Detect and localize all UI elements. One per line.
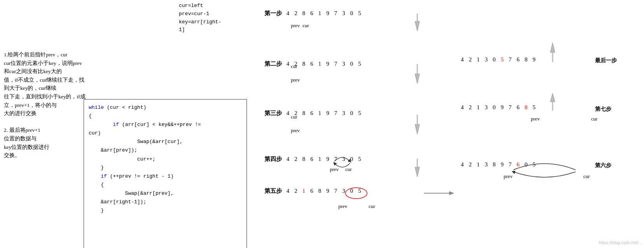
s1-n4: 1 [318,10,322,17]
point2b-text: 位置的数据与 [4,134,86,143]
page: cur=left prev=cur-1 key=arr[right- 1] 1.… [0,0,644,248]
step6-container: 4 2 1 3 8 9 7 6 0 5 [461,161,536,168]
svg-text:cur: cur [303,23,309,28]
code-line-6: &arr[prev]); [89,146,242,155]
svg-text:prev: prev [531,116,540,122]
s1-n0: 4 [287,10,290,17]
point2-text: 2. 最后将prev+1 [4,126,86,134]
point2c-text: key位置的数据进行 [4,143,86,152]
svg-marker-14 [415,167,420,177]
step2-nums: 4 2 8 6 1 9 7 3 0 5 [287,61,361,67]
svg-text:cur: cur [369,203,375,209]
top-code-line3: key=arr[right- [179,18,221,26]
svg-marker-6 [415,74,420,84]
s1-n8: 0 [350,10,354,17]
s1-n7: 3 [342,10,345,17]
s1-n3: 6 [310,10,313,17]
svg-text:最后一步: 最后一步 [595,57,617,63]
step5-label: 第五步 [264,187,282,195]
svg-text:prev: prev [504,173,513,179]
step1-label: 第一步 [264,10,282,17]
svg-text:第六步: 第六步 [595,162,612,168]
svg-marker-10 [415,124,420,134]
step2-container: 第二步 4 2 8 6 1 9 7 3 0 5 [264,60,361,68]
code-line-11: Swap(&arr[prev], [89,189,242,198]
code-line-10: { [89,181,242,189]
top-code-line4: 1] [179,26,221,34]
svg-marker-2 [415,21,420,31]
code-line-12: &arr[right-1]); [89,198,242,206]
top-code-line2: prev=cur-1 [179,10,221,18]
left-explanation: 1.给两个前后指针prev，cur cur位置的元素小于key，说明prev和c… [4,51,86,160]
step2-label: 第二步 [264,60,282,68]
step1-container: 第一步 4 2 8 6 1 9 7 3 0 5 [264,10,361,17]
point1d-text: 往下走，直到找到小于key的，if成立，prev+1，将小的与 [4,93,86,109]
s1-n1: 2 [294,10,298,17]
s1-n6: 7 [334,10,338,17]
point1c-text: 值，if不成立，cur继续往下走，找到大于key的，cur继续 [4,76,86,93]
s1-n5: 9 [326,10,329,17]
point1b-text: cur位置的元素小于key，说明prev和cur之间没有比key大的 [4,59,86,76]
code-line-4: cur) [89,129,242,138]
svg-text:prev: prev [291,77,300,83]
step4-nums: 4 2 8 6 1 9 7 3 0 5 [287,156,361,162]
step1-nums: 4 2 8 6 1 9 7 3 0 5 [287,10,361,17]
svg-text:cur: cur [591,116,598,122]
point1e-text: 大的进行交换 [4,109,86,118]
svg-text:第七步: 第七步 [595,106,612,112]
last-step-nums: 4 2 1 3 0 5 7 6 8 9 [461,56,536,63]
code-line-3: if (arr[cur] < key&&++prev != [89,121,242,129]
step3-container: 第三步 4 2 8 6 1 9 7 3 0 5 [264,110,361,117]
svg-text:cur: cur [345,166,352,172]
code-line-2: { [89,112,242,121]
svg-marker-22 [550,43,555,52]
code-line-5: Swap(&arr[cur], [89,138,242,146]
s1-n9: 5 [358,10,361,17]
top-code-line1: cur=left [179,2,221,10]
step3-label: 第三步 [264,110,282,117]
step5-nums: 4 2 1 6 8 9 7 3 0 5 [287,188,361,194]
step5-container: 第五步 4 2 1 6 8 9 7 3 0 5 [264,187,361,195]
step7-container: 4 2 1 3 0 9 7 6 8 5 [461,104,536,111]
s1-n2: 8 [303,10,306,17]
point2d-text: 交换。 [4,151,86,160]
code-line-13: } [89,206,242,215]
svg-text:prev: prev [291,127,300,133]
last-step-container: 4 2 1 3 0 5 7 6 8 9 [461,56,536,63]
step4-container: 第四步 4 2 8 6 1 9 7 3 0 5 [264,155,361,163]
code-line-8: } [89,164,242,172]
code-box: while (cur < right) { if (arr[cur] < key… [84,99,247,248]
top-code-snippet: cur=left prev=cur-1 key=arr[right- 1] [179,2,221,34]
svg-text:prev: prev [338,203,348,209]
svg-text:https://blog.csdn.net/...: https://blog.csdn.net/... [599,240,642,245]
step7-nums: 4 2 1 3 0 9 7 6 8 5 [461,104,536,111]
code-line-7: cur++; [89,155,242,164]
svg-text:cur: cur [583,173,590,179]
step6-nums: 4 2 1 3 8 9 7 6 0 5 [461,161,536,168]
code-line-1: while (cur < right) [89,103,242,112]
step4-label: 第四步 [264,155,282,163]
svg-marker-20 [449,191,454,195]
svg-text:prev: prev [330,166,339,172]
svg-text:prev: prev [291,23,300,28]
step3-nums: 4 2 8 6 1 9 7 3 0 5 [287,110,361,117]
svg-marker-27 [550,93,555,102]
point1-text: 1.给两个前后指针prev，cur [4,51,86,59]
code-line-9: if (++prev != right - 1) [89,172,242,181]
